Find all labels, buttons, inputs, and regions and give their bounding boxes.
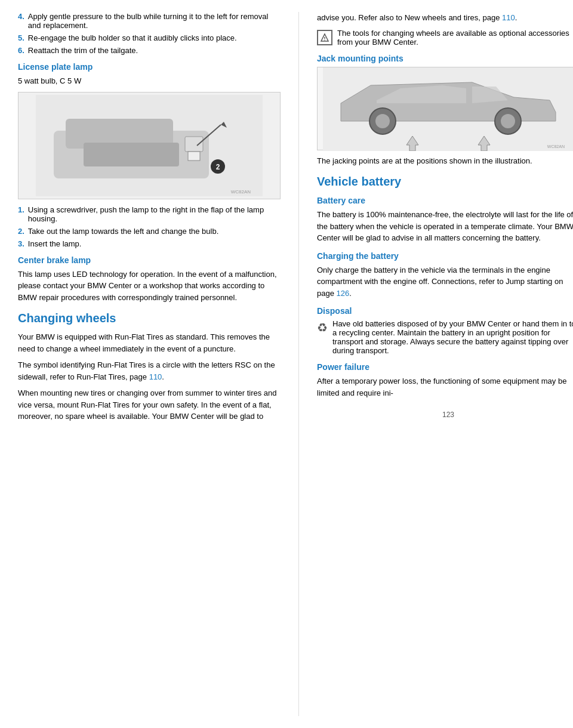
license-plate-heading: License plate lamp — [18, 62, 281, 72]
license-plate-spec: 5 watt bulb, C 5 W — [18, 75, 281, 87]
inst-1-number: 1. — [18, 205, 24, 223]
inst-2: 2. Take out the lamp towards the left an… — [18, 227, 281, 236]
inst-2-text: Take out the lamp towards the left and c… — [28, 227, 218, 236]
center-brake-heading: Center brake lamp — [18, 255, 281, 265]
inst-3-text: Insert the lamp. — [28, 239, 82, 248]
note-text: The tools for changing wheels are availa… — [337, 29, 573, 47]
inst-2-number: 2. — [18, 227, 24, 236]
link-110-1[interactable]: 110 — [149, 372, 162, 381]
step-5-number: 5. — [18, 33, 24, 42]
column-divider — [298, 12, 299, 716]
inst-3: 3. Insert the lamp. — [18, 239, 281, 248]
svg-point-16 — [375, 114, 390, 128]
link-110-2[interactable]: 110 — [502, 13, 515, 22]
link-126[interactable]: 126 — [337, 289, 350, 298]
battery-care-text: The battery is 100% maintenance-free, th… — [317, 209, 573, 244]
right-column: advise you. Refer also to New wheels and… — [305, 12, 573, 716]
disposal-heading: Disposal — [317, 306, 573, 316]
svg-text:WC82AN: WC82AN — [547, 144, 565, 149]
jack-mounting-heading: Jack mounting points — [317, 54, 573, 63]
power-failure-text: After a temporary power loss, the functi… — [317, 375, 573, 399]
step-4-text: Apply gentle pressure to the bulb while … — [28, 12, 281, 30]
svg-rect-3 — [84, 143, 179, 166]
inst-1: 1. Using a screwdriver, push the lamp to… — [18, 205, 281, 223]
inst-3-number: 3. — [18, 239, 24, 248]
svg-point-18 — [501, 114, 515, 128]
svg-point-13 — [324, 39, 325, 41]
charging-text: Only charge the battery in the vehicle v… — [317, 264, 573, 300]
inst-1-text: Using a screwdriver, push the lamp to th… — [28, 205, 281, 223]
svg-text:WC82AN: WC82AN — [231, 189, 251, 195]
svg-rect-5 — [188, 152, 200, 161]
changing-wheels-p3: When mounting new tires or changing over… — [18, 387, 281, 422]
power-failure-heading: Power failure — [317, 362, 573, 372]
advise-text: advise you. Refer also to New wheels and… — [317, 12, 573, 24]
step-6-text: Reattach the trim of the tailgate. — [28, 46, 138, 55]
charging-heading: Charging the battery — [317, 251, 573, 261]
center-brake-text: This lamp uses LED technology for operat… — [18, 269, 281, 304]
changing-wheels-p2: The symbol identifying Run-Flat Tires is… — [18, 359, 281, 382]
step-6: 6. Reattach the trim of the tailgate. — [18, 46, 281, 55]
changing-wheels-heading: Changing wheels — [18, 311, 281, 325]
step-5: 5. Re-engage the bulb holder so that it … — [18, 33, 281, 42]
step-5-text: Re-engage the bulb holder so that it aud… — [28, 33, 237, 42]
battery-care-heading: Battery care — [317, 196, 573, 205]
step-6-number: 6. — [18, 46, 24, 55]
disposal-box: ♻ Have old batteries disposed of by your… — [317, 319, 573, 355]
step-4-number: 4. — [18, 12, 24, 30]
note-icon — [317, 30, 332, 45]
left-column: 4. Apply gentle pressure to the bulb whi… — [18, 12, 292, 716]
svg-rect-4 — [185, 137, 203, 152]
license-plate-lamp-image: 2 WC82AN — [18, 92, 281, 199]
note-box: The tools for changing wheels are availa… — [317, 29, 573, 47]
changing-wheels-p1: Your BMW is equipped with Run-Flat Tires… — [18, 331, 281, 354]
svg-text:2: 2 — [216, 163, 220, 171]
disposal-text: Have old batteries disposed of by your B… — [332, 319, 573, 355]
page-number: 123 — [317, 411, 573, 425]
jack-mounting-image: WC82AN — [317, 67, 573, 150]
step-4: 4. Apply gentle pressure to the bulb whi… — [18, 12, 281, 30]
recycle-icon: ♻ — [317, 320, 328, 335]
jack-description: The jacking points are at the positions … — [317, 155, 573, 167]
vehicle-battery-heading: Vehicle battery — [317, 175, 573, 189]
